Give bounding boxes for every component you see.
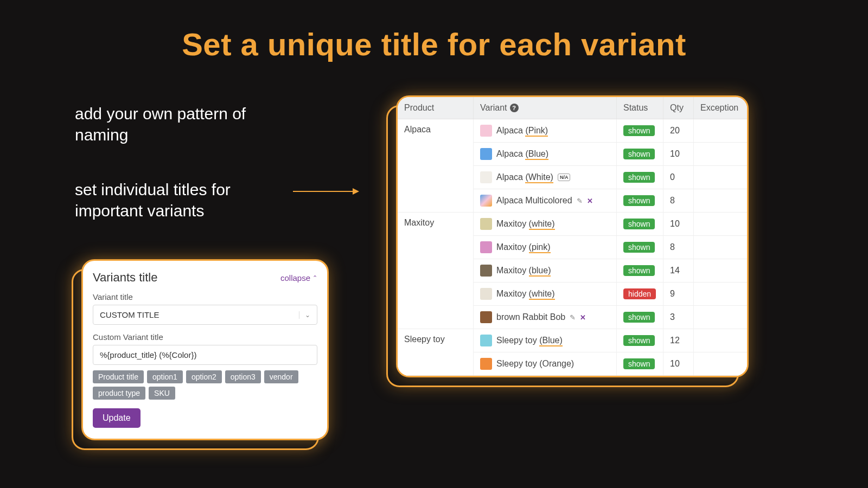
table-row: Maxitoy Maxitoy (white)shown10 — [398, 213, 747, 236]
variants-table-panel: Product Variant ? Status Qty Exception A… — [396, 95, 749, 377]
edit-icon[interactable]: ✎ — [570, 313, 576, 322]
variant-cell: Alpaca (White)N/A — [474, 166, 617, 189]
variant-thumb — [480, 311, 492, 323]
exception-cell — [694, 119, 747, 143]
variant-thumb — [480, 195, 492, 207]
status-cell: hidden — [617, 282, 663, 306]
token-chip[interactable]: option3 — [225, 370, 261, 383]
status-badge: shown — [623, 335, 655, 346]
token-chip[interactable]: product type — [93, 387, 145, 400]
variant-cell: Sleepy toy (Blue) — [474, 329, 617, 352]
status-badge: shown — [623, 172, 655, 183]
remove-icon[interactable]: ✕ — [580, 313, 586, 322]
qty-cell: 20 — [663, 119, 694, 143]
exception-cell — [694, 259, 747, 282]
product-cell — [398, 166, 474, 189]
col-product: Product — [398, 97, 474, 119]
table-row: Maxitoy (pink)shown8 — [398, 236, 747, 259]
col-exception: Exception — [694, 97, 747, 119]
col-qty: Qty — [663, 97, 694, 119]
variant-thumb — [480, 335, 492, 346]
variant-thumb — [480, 218, 492, 230]
qty-cell: 10 — [663, 143, 694, 166]
variant-name: Sleepy toy (Orange) — [496, 359, 574, 369]
variant-cell: Alpaca Multicolored✎✕ — [474, 189, 617, 213]
update-button[interactable]: Update — [93, 408, 141, 428]
page-title: Set a unique title for each variant — [0, 26, 868, 62]
qty-cell: 9 — [663, 282, 694, 306]
variant-title-select[interactable]: CUSTOM TITLE ⌄ — [93, 305, 317, 325]
edit-icon[interactable]: ✎ — [577, 197, 583, 205]
token-chip[interactable]: option1 — [147, 370, 183, 383]
variant-name: Alpaca Multicolored — [496, 196, 572, 206]
exception-cell — [694, 189, 747, 213]
select-value: CUSTOM TITLE — [100, 310, 159, 319]
status-cell: shown — [617, 189, 663, 213]
variant-cell: Alpaca (Blue) — [474, 143, 617, 166]
help-icon[interactable]: ? — [510, 104, 519, 112]
product-cell: Maxitoy — [398, 213, 474, 236]
status-cell: shown — [617, 119, 663, 143]
qty-cell: 3 — [663, 306, 694, 329]
table-row: Alpaca Multicolored✎✕shown8 — [398, 189, 747, 213]
exception-cell — [694, 213, 747, 236]
status-badge: shown — [623, 195, 655, 206]
custom-title-label: Custom Variant title — [93, 332, 317, 342]
token-chip[interactable]: vendor — [264, 370, 298, 383]
token-chip[interactable]: Product title — [93, 370, 144, 383]
status-cell: shown — [617, 166, 663, 189]
token-chip[interactable]: SKU — [149, 387, 175, 400]
product-cell — [398, 306, 474, 329]
collapse-label: collapse — [280, 273, 310, 282]
status-badge: shown — [623, 312, 655, 323]
status-badge: shown — [623, 149, 655, 159]
table-row: Sleepy toySleepy toy (Blue)shown12 — [398, 329, 747, 352]
arrow-icon — [293, 191, 358, 192]
variant-cell: Maxitoy (white) — [474, 213, 617, 236]
table-row: Maxitoy (blue)shown14 — [398, 259, 747, 282]
variant-name: Alpaca (White) — [496, 172, 553, 182]
variant-thumb — [480, 358, 492, 370]
table-row: brown Rabbit Bob✎✕shown3 — [398, 306, 747, 329]
qty-cell: 0 — [663, 166, 694, 189]
variant-name: Alpaca (Blue) — [496, 149, 548, 159]
product-cell — [398, 143, 474, 166]
product-cell: Alpaca — [398, 119, 474, 143]
remove-icon[interactable]: ✕ — [587, 197, 593, 205]
status-badge: shown — [623, 125, 655, 136]
variant-thumb — [480, 265, 492, 277]
status-badge: hidden — [623, 288, 656, 299]
status-cell: shown — [617, 236, 663, 259]
qty-cell: 8 — [663, 189, 694, 213]
variant-cell: Alpaca (Pink) — [474, 119, 617, 143]
custom-title-input[interactable] — [93, 345, 317, 365]
exception-cell — [694, 236, 747, 259]
variant-thumb — [480, 148, 492, 160]
exception-cell — [694, 352, 747, 376]
table-row: AlpacaAlpaca (Pink)shown20 — [398, 119, 747, 143]
variant-cell: Maxitoy (blue) — [474, 259, 617, 282]
exception-cell — [694, 306, 747, 329]
status-badge: shown — [623, 265, 655, 276]
na-badge: N/A — [558, 174, 571, 181]
chevron-up-icon: ⌃ — [312, 274, 317, 281]
col-variant: Variant ? — [474, 97, 617, 119]
status-cell: shown — [617, 213, 663, 236]
qty-cell: 8 — [663, 236, 694, 259]
exception-cell — [694, 166, 747, 189]
product-cell — [398, 259, 474, 282]
table-row: Alpaca (Blue)shown10 — [398, 143, 747, 166]
qty-cell: 10 — [663, 352, 694, 376]
status-badge: shown — [623, 358, 655, 369]
variant-name: Sleepy toy (Blue) — [496, 336, 563, 345]
collapse-toggle[interactable]: collapse ⌃ — [280, 273, 317, 282]
table-header: Product Variant ? Status Qty Exception — [398, 97, 747, 119]
variant-name: Alpaca (Pink) — [496, 126, 548, 136]
exception-cell — [694, 329, 747, 352]
variant-thumb — [480, 125, 492, 137]
variant-name: brown Rabbit Bob — [496, 312, 565, 322]
subtitle-pattern: add your own pattern of naming — [75, 103, 303, 145]
status-cell: shown — [617, 143, 663, 166]
variant-name: Maxitoy (blue) — [496, 266, 551, 275]
token-chip[interactable]: option2 — [186, 370, 222, 383]
